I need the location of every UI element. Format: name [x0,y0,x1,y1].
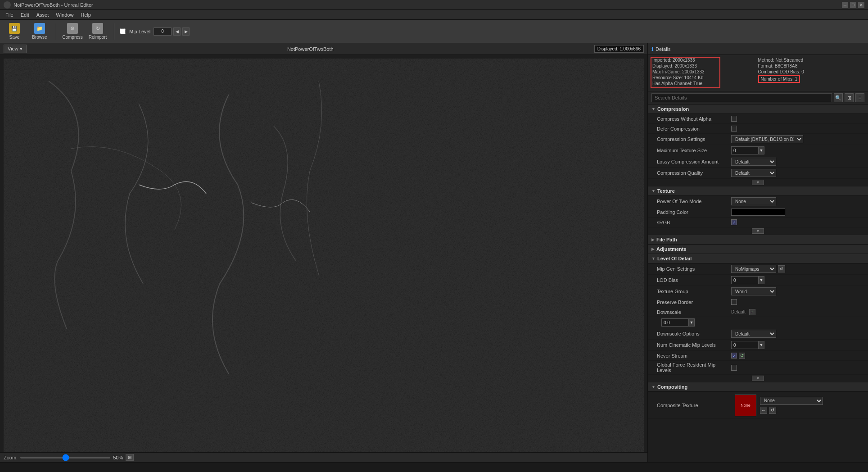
compress-without-alpha-label: Compress Without Alpha [657,116,731,122]
num-cinematic-mip-levels-input[interactable] [731,341,758,349]
mip-level-row: Mip Level: ◀ ▶ [120,27,190,36]
mip-gen-settings-select[interactable]: NoMipmaps [731,265,776,273]
lod-expand-button[interactable]: ▼ [752,376,764,381]
composite-texture-swatch[interactable]: None [735,395,756,416]
number-of-mips-highlighted: Number of Mips: 1 [758,75,800,83]
mip-level-label: Mip Level: [129,29,152,34]
has-alpha-label: Has Alpha Channel: True [652,81,758,86]
zoom-fit-button[interactable]: ⊞ [126,454,134,461]
details-title: Details [656,46,671,52]
lod-bias-input[interactable] [731,276,758,284]
composite-controls: None ← ↺ [760,397,823,414]
compositing-section-header[interactable]: ▼ Compositing [648,382,868,392]
defer-compression-checkbox[interactable] [731,126,737,132]
info-col-right: Method: Not Streamed Format: B8G8R8A8 Co… [758,58,864,87]
compression-expand-button[interactable]: ▼ [752,180,764,185]
downscale-spin-btn[interactable]: ▼ [688,318,695,327]
filter-button[interactable]: ≡ [855,93,864,102]
close-button[interactable]: ✕ [858,2,864,8]
mip-gen-reset-button[interactable]: ↺ [778,265,785,272]
search-button[interactable]: 🔍 [834,93,843,102]
lod-bias-value: ▼ [731,276,864,284]
compression-section-header[interactable]: ▼ Compression [648,104,868,114]
menu-file[interactable]: File [2,11,17,18]
maximum-texture-size-row: Maximum Texture Size ▼ [648,145,868,156]
maximum-texture-size-spin: ▼ [731,146,764,154]
downscale-options-select[interactable]: Default [731,330,776,338]
compression-quality-label: Compression Quality [657,170,731,176]
save-button[interactable]: 💾 Save [4,22,25,41]
composite-refresh-button[interactable]: ↺ [769,407,776,414]
downscale-label: Downscale [657,309,731,315]
save-icon: 💾 [9,23,20,34]
menu-help[interactable]: Help [77,11,95,18]
menu-edit[interactable]: Edit [17,11,33,18]
texture-expand-button[interactable]: ▼ [752,228,764,234]
maximum-texture-size-spin-btn[interactable]: ▼ [758,146,764,154]
zoom-slider[interactable] [20,457,110,458]
compress-button[interactable]: ⚙ Compress [62,22,83,41]
compression-arrow: ▼ [651,107,656,111]
compression-quality-select[interactable]: Default [731,169,776,177]
lossy-compression-select[interactable]: Default [731,158,776,166]
composite-texture-select[interactable]: None [760,397,823,405]
compress-without-alpha-value [731,116,864,122]
title-bar-controls[interactable]: ─ □ ✕ [842,2,864,8]
toolbar: 💾 Save 📁 Browse ⚙ Compress ↻ Reimport Mi… [0,20,868,43]
never-stream-checkbox[interactable] [731,353,737,359]
texture-group-row: Texture Group World [648,286,868,297]
maximum-texture-size-value: ▼ [731,146,864,154]
padding-color-swatch[interactable] [731,209,785,216]
displayed-label: Displayed: 2000x1333 [652,64,758,68]
preserve-border-checkbox[interactable] [731,299,737,305]
lod-bias-spin-btn[interactable]: ▼ [758,276,764,284]
compression-settings-select[interactable]: Default (DXT1/5, BC1/3 on DX11) [731,135,803,143]
mip-decrement-button[interactable]: ◀ [173,27,181,36]
mip-level-input[interactable] [154,27,172,36]
adjustments-section-header[interactable]: ▶ Adjustments [648,245,868,254]
mip-checkbox[interactable] [120,28,126,34]
srgb-checkbox[interactable] [731,219,737,225]
texture-group-select[interactable]: World [731,287,776,295]
compress-without-alpha-checkbox[interactable] [731,116,737,122]
composite-arrow-button[interactable]: ← [760,407,767,414]
lod-section-header[interactable]: ▼ Level Of Detail [648,254,868,263]
power-of-two-mode-select[interactable]: None [731,197,776,205]
minimize-button[interactable]: ─ [842,2,848,8]
maximum-texture-size-input[interactable] [731,146,758,154]
texture-section-header[interactable]: ▼ Texture [648,186,868,196]
search-input[interactable] [651,93,832,102]
lod-expand-row: ▼ [648,375,868,382]
downscale-add-button[interactable]: + [749,309,755,315]
browse-button[interactable]: 📁 Browse [29,22,50,41]
column-view-button[interactable]: ⊞ [845,93,854,102]
menu-window[interactable]: Window [52,11,77,18]
view-dropdown-button[interactable]: View ▾ [4,45,27,53]
reimport-button[interactable]: ↻ Reimport [87,22,108,41]
compression-settings-label: Compression Settings [657,136,731,142]
downscale-options-row: Downscale Options Default [648,328,868,340]
mip-increment-button[interactable]: ▶ [182,27,190,36]
file-path-section-header[interactable]: ▶ File Path [648,235,868,245]
compression-quality-value: Default [731,169,864,177]
downscale-spin: ▼ [661,318,695,327]
never-stream-reset-button[interactable]: ↺ [739,353,745,359]
srgb-label: sRGB [657,220,731,225]
lod-bias-row: LOD Bias ▼ [648,275,868,286]
composite-none-label: None [741,403,750,408]
defer-compression-row: Defer Compression [648,124,868,134]
file-path-title: File Path [656,237,677,242]
title-bar: NotPowerOfTwoBoth - Unreal Editor ─ □ ✕ [0,0,868,10]
never-stream-row: Never Stream ↺ [648,351,868,361]
displayed-size-badge: Displayed: 1,000x666 [594,45,644,53]
num-cinematic-mip-levels-value: ▼ [731,341,864,349]
global-force-resident-checkbox[interactable] [731,365,737,371]
toolbar-separator [56,23,56,40]
maximize-button[interactable]: □ [850,2,856,8]
maximum-texture-size-label: Maximum Texture Size [657,148,731,153]
downscale-input[interactable] [661,318,688,327]
num-cinematic-mip-levels-spin-btn[interactable]: ▼ [758,341,764,349]
menu-asset[interactable]: Asset [33,11,53,18]
details-header: ℹ Details [648,43,868,55]
composite-texture-row: Composite Texture None None ← ↺ [648,392,868,419]
